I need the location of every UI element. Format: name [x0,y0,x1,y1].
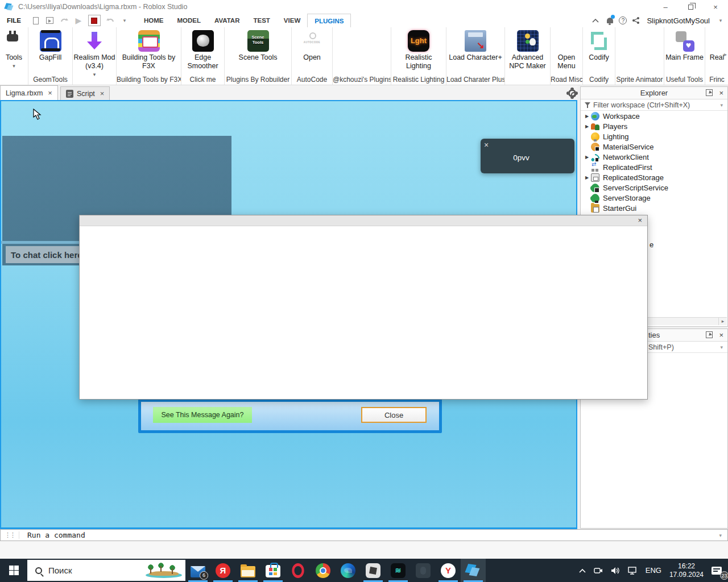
expand-arrow-icon[interactable]: ▶ [583,124,591,129]
properties-title-visible: ties [648,331,660,339]
message-close-button[interactable]: Close [361,407,427,423]
tree-item-materialservice[interactable]: MaterialService [581,142,727,152]
collapse-ribbon-icon[interactable] [590,15,601,26]
undo-icon[interactable] [106,16,115,25]
tray-clock[interactable]: 16:22 17.09.2024 [667,559,706,582]
expand-arrow-icon[interactable]: ▶ [583,175,591,180]
help-icon[interactable]: ? [619,16,627,24]
tray-network-icon[interactable] [625,559,640,582]
taskbar-opera[interactable] [286,559,311,582]
tree-item-startergui[interactable]: StarterGui [581,203,727,213]
dock-icon[interactable] [706,331,713,338]
restore-button[interactable] [678,0,703,14]
command-bar[interactable]: ⋮⋮ Run a command ▾ [0,529,728,541]
ribbon-group-click-me: Edge SmootherClick me [181,27,225,85]
scroll-right-icon[interactable]: ▸ [718,318,727,325]
opera-icon [292,563,304,578]
dialog-close-icon[interactable]: × [638,216,642,225]
tree-item-replicatedstorage[interactable]: ▶ReplicatedStorage [581,172,727,182]
dropdown-caret-icon[interactable]: ▾ [93,72,96,77]
open-file-icon[interactable] [46,16,55,25]
notification-center-icon[interactable]: 23 [709,559,725,582]
dropdown-caret-icon[interactable]: ▾ [13,63,15,69]
properties-close-icon[interactable]: × [719,331,723,339]
ribbon-group-label: AutoCode [292,76,332,84]
stop-button[interactable] [88,15,101,26]
see-message-again-button[interactable]: See This Message Again? [153,407,252,423]
tree-item-label: ServerScriptService [603,184,668,192]
explorer-close-icon[interactable]: × [719,89,723,97]
taskbar-file-explorer[interactable] [235,559,260,582]
taskbar-wave[interactable]: ≋ [386,559,411,582]
ribbon-group-road-misc: Open MenuRoad Misc [551,27,583,85]
play-icon[interactable]: ▶ [74,16,83,25]
menu-tab-test[interactable]: TEST [246,14,276,27]
clipped-tree-item[interactable]: e [650,240,653,249]
filter-caret-icon[interactable]: ▾ [720,344,723,350]
menu-tab-avatar[interactable]: AVATAR [208,14,247,27]
tab-close-icon[interactable]: × [48,89,52,97]
mail-badge: 6 [200,571,208,580]
menu-tab-plugins[interactable]: PLUGINS [307,14,351,27]
redo-icon[interactable] [60,16,69,25]
username[interactable]: SlipknotGotMySoul [647,16,710,25]
tree-item-players[interactable]: ▶Players [581,121,727,131]
dialog-titlebar[interactable]: × [80,215,647,226]
ribbon-button-tools[interactable]: Tools▾ [0,27,28,85]
taskbar-mail[interactable]: 6 [185,559,210,582]
menu-tab-model[interactable]: MODEL [170,14,208,27]
ribbon-button-label: Load Character+ [449,53,502,62]
taskbar-app-dim[interactable] [411,559,436,582]
ribbon-button-advanced-npc-maker[interactable]: Advanced NPC Maker [505,27,550,85]
taskbar-yandex-ya[interactable]: Я [210,559,235,582]
file-menu-button[interactable]: FILE [0,17,28,24]
doc-tab-script[interactable]: Script× [60,86,110,100]
yandex-browser-icon: Y [441,563,456,578]
ribbon-overflow-icon[interactable]: ▸ [724,51,727,57]
expand-arrow-icon[interactable]: ▶ [583,114,591,119]
popup-close-icon[interactable]: × [484,140,489,149]
menu-tab-view[interactable]: VIEW [277,14,307,27]
filter-caret-icon[interactable]: ▾ [720,102,723,108]
start-button[interactable] [0,559,27,582]
taskbar-roblox-studio[interactable] [461,559,486,582]
viewport-settings-gear-icon[interactable] [567,88,576,97]
tab-close-icon[interactable]: × [100,89,105,98]
taskbar-roblox-player[interactable] [361,559,386,582]
menu-tab-home[interactable]: HOME [137,14,171,27]
explorer-filter[interactable]: Filter workspace (Ctrl+Shift+X) ▾ [581,99,727,111]
share-icon[interactable] [631,15,641,26]
taskbar-edge[interactable] [336,559,361,582]
close-button[interactable]: × [703,0,728,14]
plugins-ribbon: Tools▾GapFillGeomToolsRealism Mod (v3.4)… [0,27,728,85]
tree-item-serverstorage[interactable]: ServerStorage [581,193,727,203]
quick-access-caret-icon[interactable]: ▾ [120,16,129,25]
ribbon-button-realism-mod-v3-4[interactable]: Realism Mod (v3.4)▾ [73,27,116,85]
tray-language[interactable]: ENG [643,559,664,582]
explorer-header[interactable]: Explorer × [581,87,727,99]
tree-item-serverscriptservice[interactable]: ServerScriptService [581,182,727,193]
tray-chevron-up-icon[interactable] [576,559,589,582]
command-caret-icon[interactable]: ▾ [719,533,722,538]
tree-item-workspace[interactable]: ▶Workspace [581,111,727,121]
system-tray: ENG 16:22 17.09.2024 23 [576,559,728,582]
tray-speaker-icon[interactable] [608,559,623,582]
tree-item-networkclient[interactable]: ▶NetworkClient [581,152,727,162]
taskbar-chrome[interactable] [311,559,336,582]
tree-item-replicatedfirst[interactable]: ReplicatedFirst [581,162,727,172]
chrome-icon [316,563,330,578]
command-bar-grip[interactable]: ⋮⋮ [1,531,19,539]
taskbar-yandex-browser[interactable]: Y [436,559,461,582]
user-caret-icon[interactable]: ▾ [715,15,726,26]
new-file-icon[interactable] [31,16,40,25]
tray-camera-icon[interactable] [591,559,606,582]
ribbon-button-label: Open Menu [551,53,582,70]
tree-item-lighting[interactable]: Lighting [581,131,727,142]
taskbar-search[interactable]: Поиск [27,560,185,581]
minimize-button[interactable]: – [653,0,678,14]
doc-tab-ligma-rbxm[interactable]: Ligma.rbxm× [0,85,58,100]
notifications-bell-icon[interactable] [605,15,615,26]
taskbar-store[interactable] [260,559,286,582]
command-input-placeholder[interactable]: Run a command [27,531,85,539]
dock-icon[interactable] [706,89,713,96]
